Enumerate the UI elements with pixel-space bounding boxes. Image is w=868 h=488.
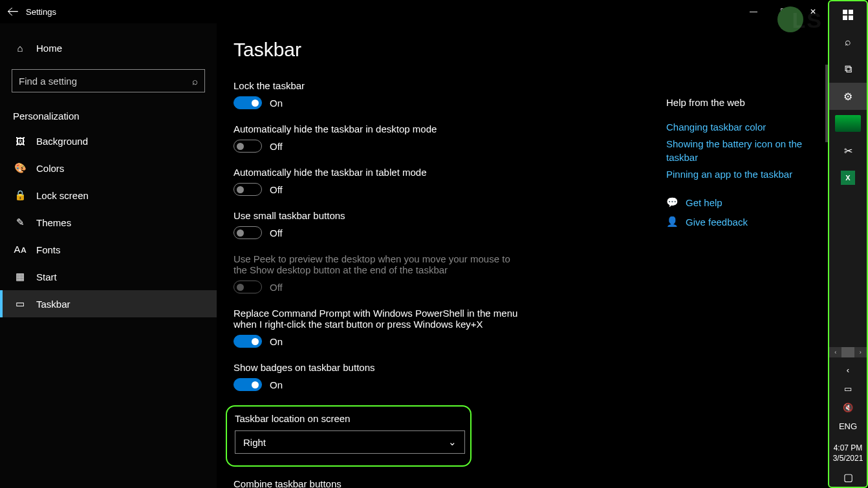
taskbar-app-thumbnail[interactable] bbox=[829, 110, 867, 137]
clock-time: 4:07 PM bbox=[833, 443, 863, 453]
setting-automatically-hide-the: Automatically hide the taskbar in tablet… bbox=[233, 167, 525, 196]
windows-logo-icon bbox=[843, 10, 853, 20]
language-indicator[interactable]: ENG bbox=[839, 421, 857, 431]
help-heading: Help from the web bbox=[666, 97, 812, 108]
person-icon: 👤 bbox=[666, 216, 678, 228]
thumbnail-icon bbox=[835, 115, 861, 132]
toggle-state: Off bbox=[270, 228, 283, 239]
search-icon: ⌕ bbox=[192, 76, 198, 87]
home-icon: ⌂ bbox=[14, 43, 26, 54]
sidebar-item-lock-screen[interactable]: 🔒Lock screen bbox=[0, 182, 217, 209]
sidebar-item-fonts[interactable]: AᴀFonts bbox=[0, 236, 217, 263]
titlebar: 🡠 Settings bbox=[0, 0, 828, 23]
taskbar-app-excel[interactable]: X bbox=[829, 164, 867, 191]
setting-replace-command-prompt: Replace Command Prompt with Windows Powe… bbox=[233, 308, 525, 348]
taskbar-app-snip[interactable]: ✂ bbox=[829, 137, 867, 164]
chat-icon: 💬 bbox=[666, 196, 678, 208]
search-input[interactable]: Find a setting ⌕ bbox=[12, 69, 205, 92]
action-center-button[interactable]: ▢ bbox=[829, 467, 867, 487]
nav-label: Taskbar bbox=[36, 299, 71, 310]
setting-automatically-hide-the: Automatically hide the taskbar in deskto… bbox=[233, 123, 525, 153]
taskbar-location-dropdown[interactable]: Right ⌄ bbox=[235, 430, 465, 454]
toggle-state: Off bbox=[270, 184, 283, 195]
taskbar-clock[interactable]: 4:07 PM 3/5/2021 bbox=[833, 439, 863, 467]
nav-label: Colors bbox=[36, 163, 64, 174]
notification-icon: ▢ bbox=[843, 471, 853, 483]
combine-label: Combine taskbar buttons bbox=[233, 478, 525, 488]
clock-date: 3/5/2021 bbox=[833, 453, 863, 463]
volume-muted-icon[interactable]: 🔇 bbox=[843, 403, 853, 412]
help-link[interactable]: Pinning an app to the taskbar bbox=[666, 168, 812, 181]
gear-icon: ⚙ bbox=[843, 90, 852, 103]
toggle-state: Off bbox=[270, 141, 283, 152]
sidebar-item-background[interactable]: 🖼Background bbox=[0, 128, 217, 154]
setting-label: Use small taskbar buttons bbox=[233, 210, 525, 221]
nav-icon: Aᴀ bbox=[14, 244, 26, 255]
toggle-state: On bbox=[270, 98, 283, 109]
nav-label: Start bbox=[36, 271, 57, 282]
setting-label: Automatically hide the taskbar in deskto… bbox=[233, 123, 525, 134]
nav-label: Lock screen bbox=[36, 190, 89, 201]
svg-rect-2 bbox=[843, 16, 847, 20]
toggle-state: Off bbox=[270, 282, 283, 293]
sidebar-item-taskbar[interactable]: ▭Taskbar bbox=[0, 290, 217, 317]
nav-icon: 🎨 bbox=[14, 162, 26, 174]
nav-icon: 🖼 bbox=[14, 136, 26, 147]
setting-label: Automatically hide the taskbar in tablet… bbox=[233, 167, 525, 178]
toggle-switch[interactable] bbox=[233, 226, 262, 239]
setting-use-small-taskbar: Use small taskbar buttonsOff bbox=[233, 210, 525, 239]
toggle-switch[interactable] bbox=[233, 140, 262, 153]
tray-chevron-icon[interactable]: ‹ bbox=[847, 365, 849, 375]
taskbar-scroll[interactable]: ‹› bbox=[829, 347, 867, 357]
help-link[interactable]: Changing taskbar color bbox=[666, 121, 812, 134]
home-link[interactable]: ⌂ Home bbox=[0, 36, 217, 60]
location-label: Taskbar location on screen bbox=[235, 413, 462, 424]
tablet-mode-icon[interactable]: ▭ bbox=[844, 384, 852, 394]
toggle-state: On bbox=[270, 379, 283, 390]
start-button[interactable] bbox=[829, 1, 867, 28]
main-content: Taskbar Lock the taskbarOnAutomatically … bbox=[217, 23, 828, 488]
setting-lock-the-taskbar: Lock the taskbarOn bbox=[233, 80, 525, 109]
combine-setting: Combine taskbar buttons bbox=[233, 478, 525, 488]
nav-label: Fonts bbox=[36, 244, 61, 255]
nav-icon: ▦ bbox=[14, 271, 26, 282]
toggle-switch[interactable] bbox=[233, 378, 262, 391]
toggle-switch[interactable] bbox=[233, 96, 262, 109]
right-taskbar: ⌕ ⧉ ⚙ ✂ X ‹› ‹ ▭ 🔇 ENG 4:07 PM 3/5/2021 … bbox=[828, 0, 868, 488]
search-icon: ⌕ bbox=[845, 36, 851, 48]
nav-icon: ✎ bbox=[14, 217, 26, 228]
sidebar: ⌂ Home Find a setting ⌕ Personalization … bbox=[0, 23, 217, 488]
chevron-down-icon: ⌄ bbox=[448, 436, 457, 448]
sidebar-item-colors[interactable]: 🎨Colors bbox=[0, 154, 217, 182]
window-title: Settings bbox=[26, 7, 56, 17]
help-panel: Help from the web Changing taskbar color… bbox=[666, 97, 812, 228]
back-button[interactable]: 🡠 bbox=[0, 5, 26, 19]
task-view-button[interactable]: ⧉ bbox=[829, 56, 867, 83]
system-tray: ‹ ▭ 🔇 ENG bbox=[829, 357, 867, 439]
task-view-icon: ⧉ bbox=[845, 63, 852, 75]
minimize-button[interactable]: — bbox=[739, 0, 768, 23]
search-placeholder: Find a setting bbox=[19, 76, 77, 87]
get-help-row[interactable]: 💬 Get help bbox=[666, 196, 812, 208]
toggle-switch[interactable] bbox=[233, 183, 262, 196]
setting-label: Replace Command Prompt with Windows Powe… bbox=[233, 308, 525, 330]
setting-label: Use Peek to preview the desktop when you… bbox=[233, 253, 525, 275]
svg-rect-3 bbox=[849, 16, 853, 20]
setting-label: Show badges on taskbar buttons bbox=[233, 362, 525, 373]
search-button[interactable]: ⌕ bbox=[829, 28, 867, 56]
sidebar-item-themes[interactable]: ✎Themes bbox=[0, 209, 217, 236]
svg-rect-1 bbox=[849, 10, 853, 14]
sidebar-item-start[interactable]: ▦Start bbox=[0, 263, 217, 290]
toggle-switch[interactable] bbox=[233, 335, 262, 348]
nav-label: Background bbox=[36, 136, 88, 147]
toggle-state: On bbox=[270, 336, 283, 347]
toggle-switch bbox=[233, 281, 262, 293]
feedback-row[interactable]: 👤 Give feedback bbox=[666, 216, 812, 228]
snip-icon: ✂ bbox=[844, 145, 852, 157]
help-link[interactable]: Showing the battery icon on the taskbar bbox=[666, 138, 812, 164]
setting-label: Lock the taskbar bbox=[233, 80, 525, 91]
page-title: Taskbar bbox=[233, 39, 811, 61]
nav-label: Themes bbox=[36, 217, 71, 228]
highlighted-setting-box: Taskbar location on screen Right ⌄ bbox=[226, 405, 472, 467]
taskbar-app-settings[interactable]: ⚙ bbox=[829, 83, 867, 110]
